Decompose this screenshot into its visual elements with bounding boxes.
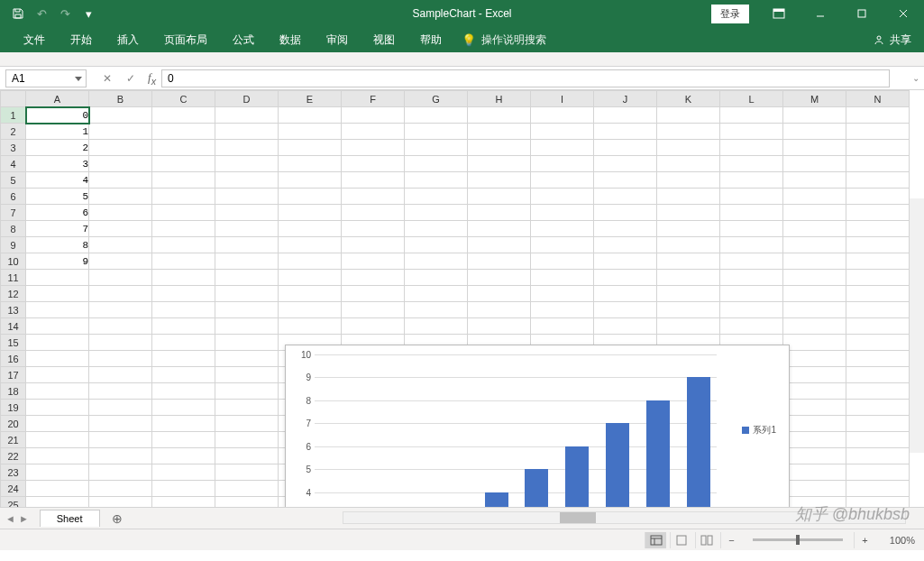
cell-D19[interactable] <box>215 400 279 416</box>
cell-A21[interactable] <box>26 432 89 448</box>
cell-F5[interactable] <box>342 172 405 189</box>
cell-J9[interactable] <box>594 237 657 253</box>
row-header-20[interactable]: 20 <box>1 416 26 432</box>
row-header-11[interactable]: 11 <box>1 270 26 286</box>
cell-M6[interactable] <box>783 189 846 205</box>
cell-A24[interactable] <box>26 481 89 497</box>
cell-N11[interactable] <box>846 270 910 286</box>
cell-A18[interactable] <box>26 383 89 400</box>
cell-A19[interactable] <box>26 400 89 416</box>
cell-L4[interactable] <box>720 156 783 172</box>
cell-C14[interactable] <box>152 318 215 335</box>
cell-M2[interactable] <box>783 124 846 140</box>
chart-bar[interactable] <box>606 423 629 507</box>
cell-A12[interactable] <box>26 286 89 302</box>
cell-A8[interactable]: 7 <box>26 221 89 237</box>
cell-K6[interactable] <box>657 189 720 205</box>
column-header-B[interactable]: B <box>89 91 152 107</box>
cell-F2[interactable] <box>342 124 405 140</box>
cell-I9[interactable] <box>531 237 594 253</box>
column-header-L[interactable]: L <box>720 91 783 107</box>
cell-E11[interactable] <box>279 270 342 286</box>
row-header-12[interactable]: 12 <box>1 286 26 302</box>
cell-H2[interactable] <box>468 124 531 140</box>
cell-K2[interactable] <box>657 124 720 140</box>
cell-N13[interactable] <box>846 302 910 318</box>
cell-A6[interactable]: 5 <box>26 189 89 205</box>
horizontal-scrollbar[interactable] <box>343 511 906 524</box>
cell-C12[interactable] <box>152 286 215 302</box>
cell-F14[interactable] <box>342 318 405 335</box>
cell-L11[interactable] <box>720 270 783 286</box>
cell-I12[interactable] <box>531 286 594 302</box>
cell-A2[interactable]: 1 <box>26 124 89 140</box>
cell-E4[interactable] <box>279 156 342 172</box>
row-header-17[interactable]: 17 <box>1 367 26 383</box>
cell-M16[interactable] <box>783 351 846 367</box>
cell-N19[interactable] <box>846 400 910 416</box>
cell-B8[interactable] <box>89 221 152 237</box>
row-header-25[interactable]: 25 <box>1 497 26 508</box>
cell-B6[interactable] <box>89 189 152 205</box>
cell-M13[interactable] <box>783 302 846 318</box>
tell-me-search[interactable]: 💡 操作说明搜索 <box>462 32 546 48</box>
cell-K5[interactable] <box>657 172 720 189</box>
column-header-A[interactable]: A <box>26 91 89 107</box>
cell-C15[interactable] <box>152 335 215 351</box>
cell-C22[interactable] <box>152 448 215 464</box>
cell-N4[interactable] <box>846 156 910 172</box>
cell-I14[interactable] <box>531 318 594 335</box>
close-icon[interactable] <box>883 0 924 27</box>
cell-A13[interactable] <box>26 302 89 318</box>
ribbon-display-icon[interactable] <box>758 0 800 27</box>
cell-F8[interactable] <box>342 221 405 237</box>
cell-B24[interactable] <box>89 481 152 497</box>
cell-D2[interactable] <box>215 124 279 140</box>
cell-N8[interactable] <box>846 221 910 237</box>
cancel-icon[interactable]: ✕ <box>96 69 119 87</box>
cell-M24[interactable] <box>783 481 846 497</box>
cell-N20[interactable] <box>846 416 910 432</box>
cell-C16[interactable] <box>152 351 215 367</box>
cell-M8[interactable] <box>783 221 846 237</box>
cell-A25[interactable] <box>26 497 89 508</box>
cell-C1[interactable] <box>152 107 215 124</box>
cell-B3[interactable] <box>89 140 152 156</box>
cell-D11[interactable] <box>215 270 279 286</box>
row-header-14[interactable]: 14 <box>1 318 26 335</box>
cell-K14[interactable] <box>657 318 720 335</box>
cell-A7[interactable]: 6 <box>26 205 89 221</box>
cell-L7[interactable] <box>720 205 783 221</box>
cell-F11[interactable] <box>342 270 405 286</box>
cell-K13[interactable] <box>657 302 720 318</box>
column-header-E[interactable]: E <box>279 91 342 107</box>
cell-I4[interactable] <box>531 156 594 172</box>
cell-D20[interactable] <box>215 416 279 432</box>
cell-C7[interactable] <box>152 205 215 221</box>
cell-C2[interactable] <box>152 124 215 140</box>
cell-N9[interactable] <box>846 237 910 253</box>
cell-J10[interactable] <box>594 253 657 270</box>
cell-J4[interactable] <box>594 156 657 172</box>
cell-F12[interactable] <box>342 286 405 302</box>
cell-H7[interactable] <box>468 205 531 221</box>
cell-J8[interactable] <box>594 221 657 237</box>
row-header-8[interactable]: 8 <box>1 221 26 237</box>
cell-D1[interactable] <box>215 107 279 124</box>
cell-I5[interactable] <box>531 172 594 189</box>
row-header-3[interactable]: 3 <box>1 140 26 156</box>
cell-M1[interactable] <box>783 107 846 124</box>
view-pagebreak-icon[interactable] <box>695 532 717 548</box>
row-header-23[interactable]: 23 <box>1 464 26 481</box>
cell-B20[interactable] <box>89 416 152 432</box>
cell-M7[interactable] <box>783 205 846 221</box>
cell-M17[interactable] <box>783 367 846 383</box>
hscroll-thumb[interactable] <box>560 512 596 523</box>
cell-A4[interactable]: 3 <box>26 156 89 172</box>
cell-D13[interactable] <box>215 302 279 318</box>
cell-L10[interactable] <box>720 253 783 270</box>
cell-K1[interactable] <box>657 107 720 124</box>
cell-N2[interactable] <box>846 124 910 140</box>
column-header-H[interactable]: H <box>468 91 531 107</box>
column-header-F[interactable]: F <box>342 91 405 107</box>
